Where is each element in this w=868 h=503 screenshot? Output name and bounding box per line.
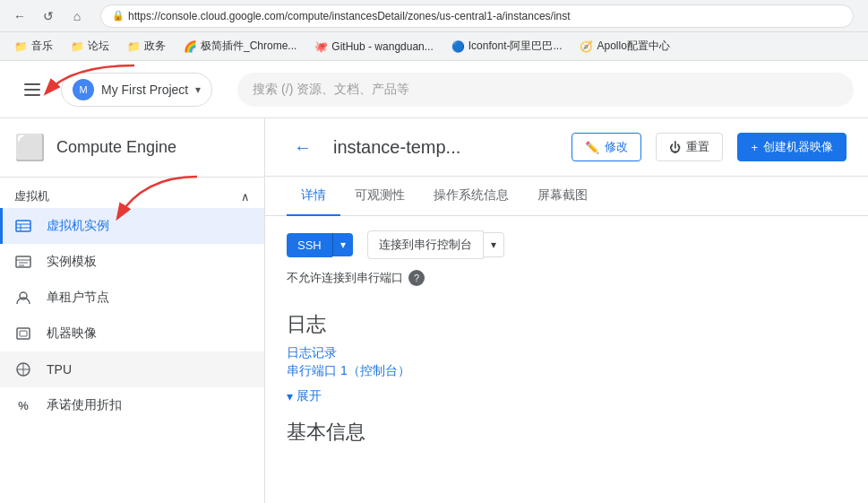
lock-icon: 🔒 [112, 10, 125, 22]
ssh-label: SSH [297, 238, 322, 252]
bookmark-label: 极简插件_Chrome... [201, 39, 296, 54]
edit-button[interactable]: ✏️ 修改 [572, 133, 641, 161]
serial-console-label: 连接到串行控制台 [379, 237, 472, 253]
committed-use-icon: % [14, 396, 32, 414]
chevron-down-icon: ▾ [195, 83, 201, 96]
sidebar-item-machine-images[interactable]: 机器映像 [0, 316, 264, 351]
sidebar: ⬜ Compute Engine 虚拟机 ∧ 虚拟机实例 [0, 118, 265, 503]
hamburger-icon [24, 83, 40, 96]
iconfont-icon: 🔵 [451, 40, 465, 53]
reset-button[interactable]: ⏻ 重置 [656, 133, 723, 161]
ssh-dropdown[interactable]: ▾ [332, 233, 353, 256]
serial-note: 不允许连接到串行端口 ? [265, 266, 868, 297]
ssh-button[interactable]: SSH [287, 233, 332, 257]
plus-icon: + [751, 141, 758, 154]
bookmark-gov[interactable]: 📁 政务 [120, 36, 173, 56]
instance-templates-label: 实例模板 [47, 254, 97, 270]
bookmark-label: Apollo配置中心 [597, 39, 669, 54]
serial-console-link[interactable]: 串行端口 1（控制台） [287, 363, 847, 379]
sidebar-header: ⬜ Compute Engine [0, 118, 264, 178]
create-image-label: 创建机器映像 [763, 139, 833, 155]
sidebar-item-vm-instances[interactable]: 虚拟机实例 [0, 208, 264, 244]
bookmark-label: Iconfont-阿里巴巴... [468, 39, 563, 54]
bookmark-music[interactable]: 📁 音乐 [7, 36, 60, 56]
folder-icon: 📁 [127, 40, 141, 53]
hamburger-menu-button[interactable] [14, 72, 50, 108]
tab-details[interactable]: 详情 [287, 177, 340, 216]
tpu-label: TPU [47, 362, 72, 377]
gcp-header: M My First Project ▾ 搜索 (/) 资源、文档、产品等 [0, 61, 868, 118]
browser-chrome: ← ↺ ⌂ 🔒 https://console.cloud.google.com… [0, 0, 868, 32]
chevron-down-icon: ▾ [287, 389, 293, 403]
bookmark-iconfont[interactable]: 🔵 Iconfont-阿里巴巴... [444, 36, 570, 56]
vm-section-label: 虚拟机 [14, 188, 49, 204]
edit-icon: ✏️ [585, 141, 599, 154]
svg-rect-2 [16, 221, 30, 231]
serial-console-button[interactable]: 连接到串行控制台 [367, 230, 484, 259]
svg-rect-12 [20, 331, 27, 336]
home-button[interactable]: ⌂ [66, 5, 88, 27]
create-image-button[interactable]: + 创建机器映像 [737, 133, 847, 161]
bookmark-label: 政务 [144, 39, 166, 54]
folder-icon: 📁 [14, 40, 28, 53]
search-bar[interactable]: 搜索 (/) 资源、文档、产品等 [237, 73, 854, 107]
tab-os-info-label: 操作系统信息 [434, 187, 509, 202]
tab-observability[interactable]: 可观测性 [340, 177, 419, 216]
power-icon: ⏻ [669, 141, 681, 154]
compute-engine-icon: ⬜ [14, 133, 46, 162]
refresh-button[interactable]: ↺ [38, 5, 59, 27]
tab-details-label: 详情 [301, 187, 326, 202]
tab-observability-label: 可观测性 [355, 187, 405, 202]
folder-icon: 📁 [71, 40, 84, 53]
sidebar-title: Compute Engine [56, 138, 176, 157]
sidebar-item-sole-tenant[interactable]: 单租户节点 [0, 280, 264, 316]
more-info-title: 基本信息 [265, 419, 868, 446]
vm-instances-icon [14, 217, 32, 235]
bookmark-label: GitHub - wangduan... [331, 40, 433, 53]
apollo-icon: 🧭 [580, 40, 593, 53]
instance-templates-icon [14, 253, 32, 271]
serial-note-text: 不允许连接到串行端口 [287, 270, 403, 286]
serial-console-dropdown[interactable]: ▾ [484, 232, 504, 257]
expand-button[interactable]: ▾ 展开 [287, 381, 847, 404]
tpu-icon [14, 360, 32, 378]
bookmark-label: 音乐 [31, 39, 53, 54]
tabs-bar: 详情 可观测性 操作系统信息 屏幕截图 [265, 177, 868, 216]
tab-screenshot[interactable]: 屏幕截图 [523, 177, 602, 216]
expand-label: 展开 [296, 388, 322, 404]
back-button[interactable]: ← [9, 5, 30, 27]
instance-name: instance-temp... [333, 137, 557, 158]
sidebar-item-committed-use[interactable]: % 承诺使用折扣 [0, 387, 264, 423]
sidebar-item-instance-templates[interactable]: 实例模板 [0, 244, 264, 280]
log-records-link[interactable]: 日志记录 [287, 345, 847, 361]
bookmark-github[interactable]: 🐙 GitHub - wangduan... [307, 38, 440, 56]
url-text: https://console.cloud.google.com/compute… [128, 10, 571, 22]
project-selector[interactable]: M My First Project ▾ [61, 73, 212, 107]
tab-screenshot-label: 屏幕截图 [537, 187, 588, 202]
machine-images-icon [14, 325, 32, 343]
tab-os-info[interactable]: 操作系统信息 [419, 177, 523, 216]
search-placeholder: 搜索 (/) 资源、文档、产品等 [253, 82, 409, 98]
logs-title: 日志 [287, 311, 847, 338]
main-layout: ⬜ Compute Engine 虚拟机 ∧ 虚拟机实例 [0, 118, 868, 503]
bookmark-chrome-ext[interactable]: 🌈 极简插件_Chrome... [176, 36, 304, 56]
bookmark-forum[interactable]: 📁 论坛 [64, 36, 116, 56]
project-avatar: M [73, 79, 94, 100]
help-icon[interactable]: ? [408, 270, 425, 286]
instance-header: ← instance-temp... ✏️ 修改 ⏻ 重置 + 创建机器映像 [265, 118, 868, 177]
github-icon: 🐙 [314, 40, 328, 53]
chevron-down-icon: ▾ [340, 238, 346, 251]
url-bar[interactable]: 🔒 https://console.cloud.google.com/compu… [100, 4, 854, 28]
sidebar-section-vm[interactable]: 虚拟机 ∧ [0, 178, 264, 208]
vm-instances-label: 虚拟机实例 [47, 218, 109, 234]
bookmark-apollo[interactable]: 🧭 Apollo配置中心 [572, 36, 676, 56]
rainbow-icon: 🌈 [184, 40, 197, 53]
project-name: My First Project [101, 82, 188, 97]
back-button[interactable]: ← [287, 131, 319, 163]
chevron-up-icon: ∧ [241, 190, 250, 204]
sidebar-item-tpu[interactable]: TPU [0, 351, 264, 387]
sole-tenant-label: 单租户节点 [47, 290, 109, 306]
logs-section: 日志 日志记录 串行端口 1（控制台） ▾ 展开 [265, 297, 868, 419]
main-content: ← instance-temp... ✏️ 修改 ⏻ 重置 + 创建机器映像 详… [265, 118, 868, 503]
ssh-row: SSH ▾ 连接到串行控制台 ▾ [265, 216, 868, 266]
